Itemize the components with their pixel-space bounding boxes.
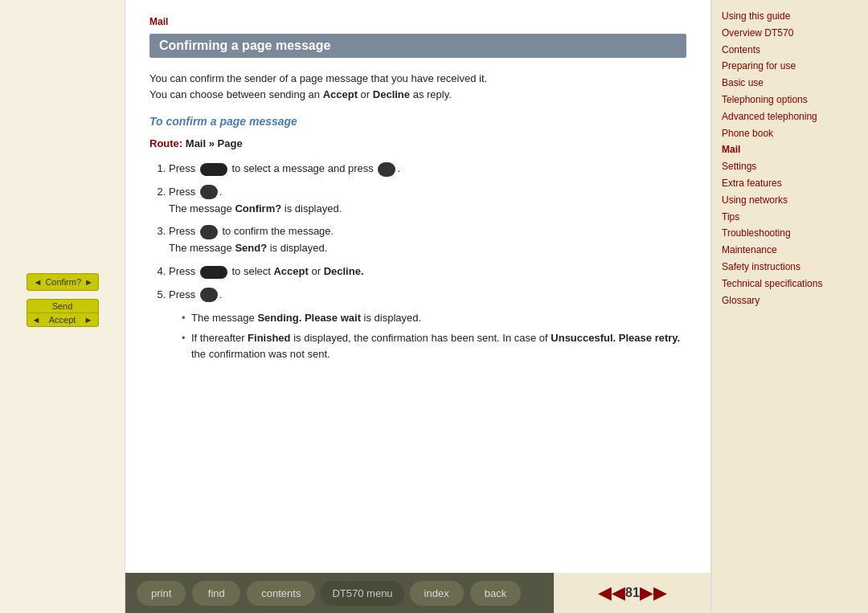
send-label: Send <box>27 300 98 313</box>
sidebar-item-settings[interactable]: Settings <box>722 158 858 175</box>
main-container: ◄ Confirm? ► Send ◄ Accept ► Mail Confir… <box>0 0 868 613</box>
step-5: Press . The message Sending. Please wait… <box>169 287 686 362</box>
prev-page-arrow[interactable]: ◀◀ <box>598 582 625 603</box>
step5-bullets: The message Sending. Please wait is disp… <box>169 310 686 362</box>
sidebar-item-glossary[interactable]: Glossary <box>722 292 858 309</box>
sidebar-nav: Using this guideOverview DT570ContentsPr… <box>722 8 858 309</box>
left-margin: ◄ Confirm? ► Send ◄ Accept ► <box>0 0 125 613</box>
content-body: Mail Confirming a page message You can c… <box>125 0 710 573</box>
route-line: Route: Mail » Page <box>149 137 686 149</box>
next-page-arrow[interactable]: ▶▶ <box>640 582 667 603</box>
accept-left-arrow: ◄ <box>32 315 41 325</box>
page-number: 81 <box>625 586 640 600</box>
confirm-label: Confirm? <box>45 277 81 287</box>
steps-list: Press to select a message and press . Pr… <box>149 161 686 362</box>
sidebar-item-preparing-for-use[interactable]: Preparing for use <box>722 58 858 75</box>
sidebar-item-phone-book[interactable]: Phone book <box>722 125 858 142</box>
page-navigation: ◀◀ 81 ▶▶ <box>554 573 710 613</box>
sidebar-item-troubleshooting[interactable]: Troubleshooting <box>722 225 858 242</box>
content-area: Mail Confirming a page message You can c… <box>125 0 711 613</box>
back-button[interactable]: back <box>470 581 521 606</box>
accept-right-arrow: ► <box>84 315 93 325</box>
step-4: Press to select Accept or Decline. <box>169 264 686 280</box>
section-header: Confirming a page message <box>149 34 686 58</box>
contents-button[interactable]: contents <box>247 581 315 606</box>
subsection-title: To confirm a page message <box>149 115 686 128</box>
step-2: Press . The message Confirm? is displaye… <box>169 184 686 218</box>
send-accept-button[interactable]: Send ◄ Accept ► <box>27 299 99 327</box>
sidebar-item-advanced-telephoning[interactable]: Advanced telephoning <box>722 108 858 125</box>
confirm-right-arrow: ► <box>84 277 93 287</box>
sidebar-item-tips[interactable]: Tips <box>722 209 858 226</box>
sidebar-item-contents[interactable]: Contents <box>722 42 858 59</box>
step3-note: The message Send? is displayed. <box>169 242 327 254</box>
step1-icon1 <box>200 163 227 176</box>
intro-text-1: You can confirm the sender of a page mes… <box>149 71 686 102</box>
step2-icon <box>200 185 218 199</box>
sidebar-item-using-this-guide[interactable]: Using this guide <box>722 8 858 25</box>
step4-icon <box>200 266 227 279</box>
sidebar-item-telephoning-options[interactable]: Telephoning options <box>722 92 858 108</box>
right-sidebar: Using this guideOverview DT570ContentsPr… <box>711 0 868 613</box>
route-label: Route: <box>149 137 182 149</box>
print-button[interactable]: print <box>137 581 186 606</box>
sidebar-item-overview-dt570[interactable]: Overview DT570 <box>722 25 858 42</box>
sidebar-item-technical-specifications[interactable]: Technical specifications <box>722 276 858 292</box>
accept-label: Accept <box>49 315 76 325</box>
breadcrumb: Mail <box>149 16 686 27</box>
step-3: Press to confirm the message. The messag… <box>169 223 686 257</box>
confirm-button[interactable]: ◄ Confirm? ► <box>27 273 99 291</box>
dt570-menu-button[interactable]: DT570 menu <box>321 581 403 606</box>
bullet-2: If thereafter Finished is displayed, the… <box>182 330 686 362</box>
sidebar-item-mail[interactable]: Mail <box>722 141 858 158</box>
step2-note: The message Confirm? is displayed. <box>169 202 342 215</box>
find-button[interactable]: find <box>192 581 240 606</box>
bottom-toolbar: print find contents DT570 menu index bac… <box>125 573 554 613</box>
accept-row: ◄ Accept ► <box>27 313 98 326</box>
bottom-section: print find contents DT570 menu index bac… <box>125 573 710 613</box>
sidebar-item-basic-use[interactable]: Basic use <box>722 75 858 92</box>
sidebar-item-extra-features[interactable]: Extra features <box>722 175 858 192</box>
step5-icon <box>200 288 218 302</box>
sidebar-item-safety-instructions[interactable]: Safety instructions <box>722 259 858 276</box>
bullet-1: The message Sending. Please wait is disp… <box>182 310 686 326</box>
sidebar-item-using-networks[interactable]: Using networks <box>722 192 858 209</box>
index-button[interactable]: index <box>410 581 464 606</box>
step-1: Press to select a message and press . <box>169 161 686 178</box>
sidebar-item-maintenance[interactable]: Maintenance <box>722 242 858 259</box>
step3-icon <box>200 225 218 239</box>
step1-icon2 <box>378 162 395 177</box>
route-path: Mail » Page <box>186 137 243 149</box>
confirm-left-arrow: ◄ <box>34 277 43 287</box>
